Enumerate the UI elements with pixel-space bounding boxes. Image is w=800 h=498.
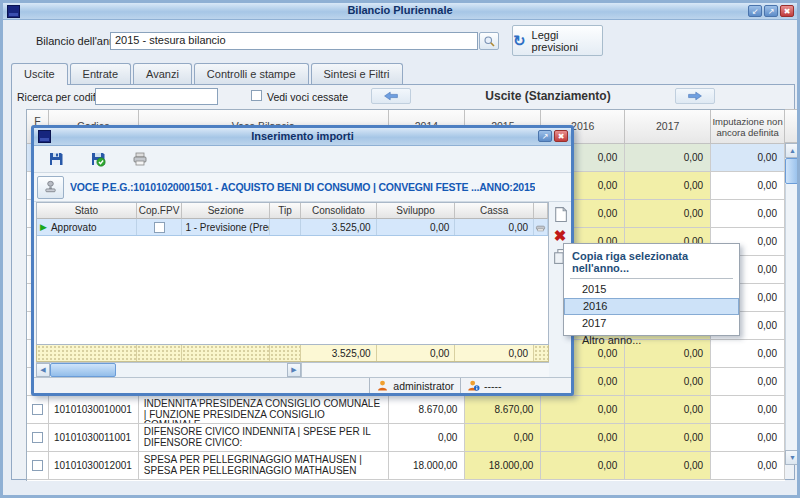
cell-2014[interactable]: 0,00 <box>389 424 466 452</box>
print-icon[interactable] <box>132 151 148 167</box>
row-print-icon[interactable] <box>535 222 546 233</box>
cell-2015[interactable]: 0,00 <box>465 424 541 452</box>
cell-imp[interactable]: 0,00 <box>711 200 785 228</box>
cell-2017[interactable]: 0,00 <box>625 144 711 172</box>
col-stato: Stato <box>37 203 137 219</box>
cell-imp[interactable]: 0,00 <box>711 172 785 200</box>
row-checkbox[interactable] <box>32 404 43 415</box>
show-ceased-checkbox[interactable] <box>251 90 262 101</box>
cell-voce[interactable]: DIFENSORE CIVICO INDENNITA | SPESE PER I… <box>139 424 389 452</box>
section-title: Uscite (Stanziamento) <box>433 89 663 103</box>
cell-2017[interactable]: 0,00 <box>625 396 711 424</box>
search-code-input[interactable] <box>95 88 218 105</box>
status-extra: ----- <box>461 378 571 393</box>
row-checkbox[interactable] <box>32 460 43 471</box>
cell-2016[interactable]: 0,00 <box>541 396 625 424</box>
cell-2014[interactable]: 18.000,00 <box>389 452 466 480</box>
app-window: Bilancio Pluriennale ↙ ↗ ✖ Bilancio dell… <box>0 0 800 498</box>
tab-entrate[interactable]: Entrate <box>70 63 131 84</box>
user-info-icon <box>467 379 480 392</box>
maximize-icon[interactable]: ↗ <box>764 5 778 17</box>
table-vertical-scrollbar: ▲ ▼ <box>785 109 800 481</box>
new-row-icon[interactable] <box>552 206 569 223</box>
year-select-input[interactable]: 2015 - stesura bilancio <box>110 32 478 50</box>
cell-codice[interactable]: 10101030010001 <box>49 396 139 424</box>
minimize-icon[interactable]: ↙ <box>748 5 762 17</box>
cell-cassa[interactable]: 0,00 <box>455 219 534 235</box>
prev-section-button[interactable] <box>371 88 411 104</box>
total-sviluppo: 0,00 <box>377 345 456 361</box>
cell-imp[interactable]: 0,00 <box>711 144 785 172</box>
cell-stato: Approvato <box>51 222 97 233</box>
dialog-horizontal-scrollbar: ◀ ▶ <box>36 362 549 377</box>
scroll-right-icon[interactable]: ▶ <box>287 363 301 377</box>
year-lookup-button[interactable] <box>479 32 499 50</box>
table-row: 10101030010001 INDENNITA'PRESIDENZA CONS… <box>27 396 785 424</box>
col-imputazione: Imputazione non ancora definita <box>711 110 785 144</box>
show-ceased-label: Vedi voci cessate <box>267 91 348 103</box>
refresh-icon: ↻ <box>513 35 526 47</box>
cell-2017[interactable]: 0,00 <box>625 200 711 228</box>
cell-2014[interactable]: 8.670,00 <box>389 396 466 424</box>
inserimento-importi-dialog: Inserimento importi ↗ ✖ <box>31 125 574 396</box>
cell-voce[interactable]: SPESA PER PELLEGRINAGGIO MATHAUSEN | SPE… <box>139 452 389 480</box>
cell-2017[interactable]: 0,00 <box>625 172 711 200</box>
voce-row: VOCE P.E.G.:10101020001501 - ACQUISTO BE… <box>34 172 571 202</box>
tab-uscite[interactable]: Uscite <box>11 63 68 85</box>
importi-row-selected: ▶ Approvato 1 - Previsione (Prede 3.525,… <box>37 219 548 236</box>
dialog-statusbar: administrator ----- <box>34 377 571 393</box>
search-icon <box>483 35 496 48</box>
menu-item-2017[interactable]: 2017 <box>564 315 739 332</box>
read-forecasts-label: Leggi previsioni <box>532 29 602 53</box>
tab-sintesi-e-filtri[interactable]: Sintesi e Filtri <box>311 63 403 84</box>
cell-sezione[interactable]: 1 - Previsione (Prede <box>182 219 270 235</box>
scrollbar-thumb[interactable] <box>50 363 116 377</box>
cell-2017[interactable]: 0,00 <box>625 424 711 452</box>
save-icon[interactable] <box>48 151 64 167</box>
cell-imp[interactable]: 0,00 <box>711 452 785 480</box>
cell-2017[interactable]: 0,00 <box>625 368 711 396</box>
importi-grid-body[interactable] <box>37 236 548 344</box>
dialog-maximize-icon[interactable]: ↗ <box>538 130 552 142</box>
cell-tip[interactable] <box>270 219 301 235</box>
cell-2016[interactable]: 0,00 <box>541 452 625 480</box>
cell-imp[interactable]: 0,00 <box>711 424 785 452</box>
row-checkbox[interactable] <box>32 432 43 443</box>
scroll-up-icon[interactable]: ▲ <box>785 143 800 158</box>
stamp-button[interactable] <box>37 176 64 199</box>
scroll-left-icon[interactable]: ◀ <box>36 363 50 377</box>
cell-2015[interactable]: 8.670,00 <box>465 396 541 424</box>
close-icon[interactable]: ✖ <box>780 5 794 17</box>
menu-item-2015[interactable]: 2015 <box>564 281 739 298</box>
col-sezione: Sezione <box>182 203 270 219</box>
cell-2016[interactable]: 0,00 <box>541 424 625 452</box>
cop-fpv-checkbox[interactable] <box>154 222 165 233</box>
menu-item-altro-anno[interactable]: Altro anno... <box>564 332 739 349</box>
cell-2017[interactable]: 0,00 <box>625 452 711 480</box>
cell-sviluppo[interactable]: 0,00 <box>377 219 456 235</box>
cell-consolidato[interactable]: 3.525,00 <box>301 219 377 235</box>
next-section-button[interactable] <box>675 88 715 104</box>
cell-codice[interactable]: 10101030011001 <box>49 424 139 452</box>
cell-imp[interactable]: 0,00 <box>711 396 785 424</box>
user-icon <box>376 379 389 392</box>
scroll-down-icon[interactable]: ▼ <box>785 450 800 465</box>
read-forecasts-button[interactable]: ↻ Leggi previsioni <box>512 25 603 56</box>
totals-row: 3.525,00 0,00 0,00 <box>36 345 549 362</box>
cell-imp[interactable]: 0,00 <box>711 368 785 396</box>
importi-grid-header: Stato Cop.FPV Sezione Tip Consolidato Sv… <box>37 203 548 219</box>
dialog-titlebar: Inserimento importi ↗ ✖ <box>34 128 571 146</box>
dialog-close-icon[interactable]: ✖ <box>554 130 568 142</box>
tab-avanzi[interactable]: Avanzi <box>133 63 192 84</box>
col-cop-fpv: Cop.FPV <box>137 203 183 219</box>
delete-row-icon[interactable]: ✖ <box>554 228 567 243</box>
cell-2015[interactable]: 18.000,00 <box>465 452 541 480</box>
status-user: administrator <box>370 378 461 393</box>
dialog-title: Inserimento importi <box>34 130 571 142</box>
scrollbar-thumb[interactable] <box>785 158 800 184</box>
menu-item-2016[interactable]: 2016 <box>564 298 739 315</box>
tab-controlli-e-stampe[interactable]: Controlli e stampe <box>194 63 309 84</box>
cell-codice[interactable]: 10101030012001 <box>49 452 139 480</box>
save-confirm-icon[interactable] <box>90 151 106 167</box>
cell-voce[interactable]: INDENNITA'PRESIDENZA CONSIGLIO COMUNALE … <box>139 396 389 424</box>
